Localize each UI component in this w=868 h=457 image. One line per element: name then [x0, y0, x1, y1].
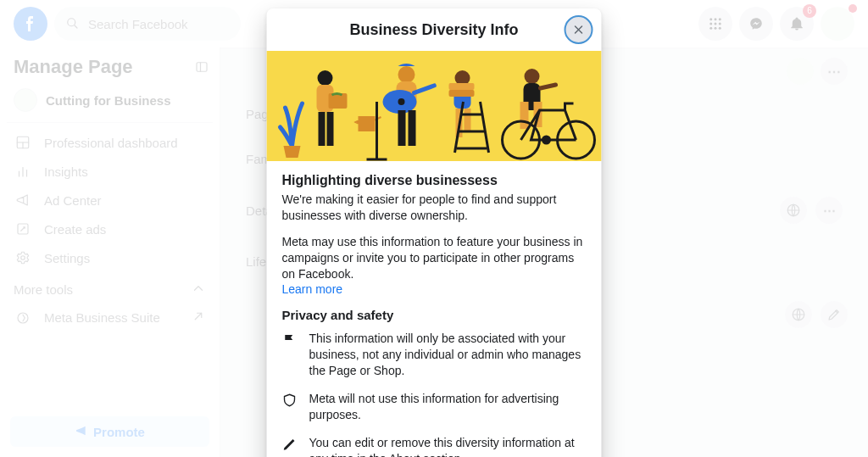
- privacy-bullet: You can edit or remove this diversity in…: [282, 435, 587, 457]
- close-button[interactable]: [565, 15, 593, 44]
- pencil-icon: [282, 435, 298, 452]
- modal-paragraph: We're making it easier for people to fin…: [282, 192, 587, 224]
- svg-point-56: [543, 137, 550, 143]
- svg-rect-28: [319, 112, 326, 146]
- svg-point-32: [398, 66, 415, 83]
- svg-rect-41: [449, 90, 475, 97]
- svg-rect-38: [409, 110, 416, 146]
- privacy-bullet: Meta will not use this information for a…: [282, 391, 587, 423]
- svg-rect-29: [327, 112, 334, 146]
- business-diversity-modal: Business Diversity Info: [267, 8, 602, 457]
- svg-rect-27: [329, 93, 348, 109]
- flag-icon: [282, 331, 298, 348]
- svg-rect-52: [520, 102, 529, 129]
- privacy-bullet: This information will only be associated…: [282, 331, 587, 379]
- svg-rect-44: [465, 109, 471, 131]
- modal-header: Business Diversity Info: [267, 8, 602, 51]
- learn-more-link[interactable]: Learn more: [282, 282, 343, 296]
- modal-heading: Highlighting diverse businessess: [282, 173, 587, 188]
- shield-icon: [282, 391, 298, 408]
- modal-paragraph: Meta may use this information to feature…: [282, 234, 587, 298]
- svg-rect-42: [449, 83, 475, 90]
- svg-rect-37: [398, 110, 406, 146]
- modal-hero-illustration: [267, 51, 602, 161]
- svg-point-50: [525, 69, 540, 84]
- privacy-heading: Privacy and safety: [282, 308, 587, 322]
- svg-point-25: [318, 70, 333, 86]
- modal-title: Business Diversity Info: [349, 21, 518, 39]
- svg-point-35: [398, 98, 405, 105]
